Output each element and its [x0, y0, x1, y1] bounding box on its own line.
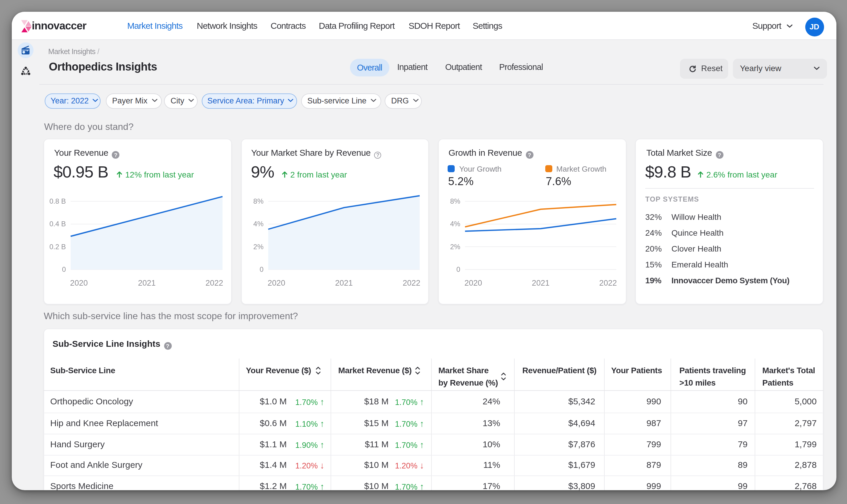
- svg-text:0: 0: [456, 265, 460, 273]
- svg-text:2020: 2020: [70, 278, 88, 287]
- svg-text:0.2 B: 0.2 B: [50, 243, 66, 251]
- svg-text:2022: 2022: [206, 278, 224, 287]
- svg-text:0: 0: [260, 265, 263, 273]
- svg-text:2021: 2021: [335, 278, 353, 287]
- svg-text:2021: 2021: [138, 278, 156, 287]
- svg-text:2%: 2%: [253, 243, 263, 251]
- svg-text:8%: 8%: [450, 197, 461, 205]
- svg-text:2022: 2022: [403, 278, 420, 287]
- svg-text:0: 0: [62, 265, 66, 273]
- svg-text:2021: 2021: [532, 278, 549, 287]
- svg-text:0.4 B: 0.4 B: [50, 220, 66, 228]
- svg-text:4%: 4%: [253, 220, 263, 228]
- svg-text:2020: 2020: [267, 278, 285, 287]
- svg-text:0.8 B: 0.8 B: [50, 197, 66, 205]
- svg-text:2022: 2022: [599, 278, 617, 287]
- svg-text:2020: 2020: [464, 278, 482, 287]
- svg-text:4%: 4%: [450, 220, 461, 228]
- svg-text:8%: 8%: [253, 197, 263, 205]
- svg-text:2%: 2%: [450, 243, 461, 251]
